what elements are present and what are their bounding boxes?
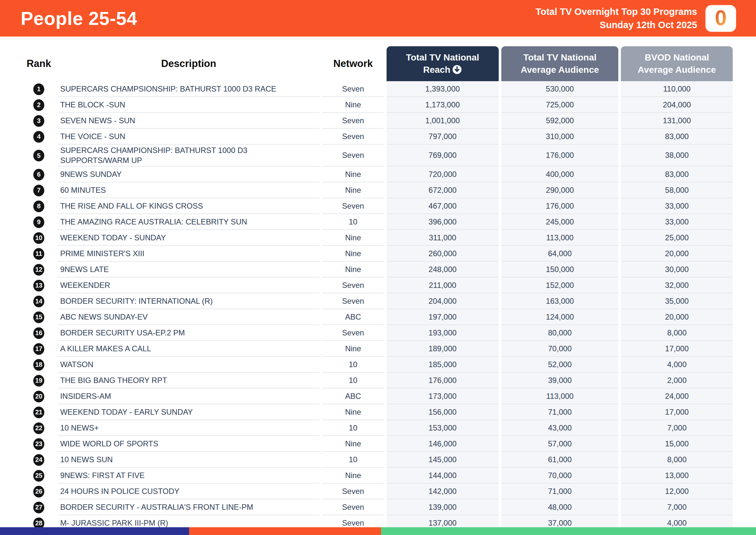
description-cell: 10 NEWS+ [58,420,320,436]
reach-cell: 1,001,000 [387,113,499,129]
rank-cell: 10 [23,230,55,246]
rank-badge: 3 [33,115,44,127]
avg-audience-cell: 124,000 [501,309,619,325]
reach-cell: 467,000 [387,198,499,214]
bvod-audience-cell: 20,000 [621,246,733,262]
network-cell: Nine [322,436,384,452]
bvod-audience-cell: 15,000 [621,436,733,452]
avg-audience-cell: 61,000 [501,452,619,468]
reach-cell: 145,000 [387,452,499,468]
rank-cell: 23 [23,436,55,452]
rank-badge: 22 [33,422,44,434]
banner-subtitle-line2: Sunday 12th Oct 2025 [536,18,697,32]
reach-cell: 720,000 [387,167,499,183]
table-row: 2210 NEWS+10153,00043,0007,000 [23,420,733,436]
reach-cell: 142,000 [387,484,499,499]
rank-badge: 24 [33,454,44,466]
rank-badge: 1 [33,83,44,95]
reach-cell: 193,000 [387,325,499,341]
rank-cell: 1 [23,81,55,97]
reach-cell: 146,000 [387,436,499,452]
avg-audience-cell: 80,000 [501,325,619,341]
description-cell: THE RISE AND FALL OF KINGS CROSS [58,198,320,214]
reach-cell: 248,000 [387,262,499,277]
bvod-audience-cell: 83,000 [621,167,733,183]
avg-audience-cell: 163,000 [501,294,619,309]
network-cell: Seven [322,113,384,129]
avg-audience-cell: 310,000 [501,129,619,145]
table-row: 129NEWS LATENine248,000150,00030,000 [23,262,733,277]
rank-badge: 10 [33,232,44,244]
bvod-audience-cell: 13,000 [621,468,733,484]
bvod-audience-cell: 38,000 [621,145,733,167]
rank-cell: 4 [23,129,55,145]
reach-cell: 211,000 [387,277,499,294]
avg-audience-cell: 71,000 [501,404,619,420]
reach-cell: 260,000 [387,246,499,262]
table-header: Rank Description Network Total TV Nation… [23,46,733,81]
reach-cell: 1,173,000 [387,97,499,113]
network-cell: 10 [322,452,384,468]
bvod-audience-cell: 35,000 [621,294,733,309]
bvod-audience-cell: 30,000 [621,262,733,277]
avg-audience-cell: 530,000 [501,81,619,97]
description-cell: 24 HOURS IN POLICE CUSTODY [58,484,320,499]
column-header-reach[interactable]: Total TV National Reach [387,46,499,81]
avg-audience-cell: 113,000 [501,230,619,246]
avg-audience-cell: 152,000 [501,277,619,294]
avg-audience-cell: 43,000 [501,420,619,436]
table-row: 9THE AMAZING RACE AUSTRALIA: CELEBRITY S… [23,214,733,230]
bvod-audience-cell: 8,000 [621,452,733,468]
programs-table: Rank Description Network Total TV Nation… [20,46,735,535]
rank-cell: 7 [23,183,55,198]
bvod-audience-cell: 7,000 [621,420,733,436]
rank-cell: 17 [23,341,55,357]
table-row: 3SEVEN NEWS - SUNSeven1,001,000592,00013… [23,113,733,129]
network-cell: ABC [322,309,384,325]
network-cell: Nine [322,183,384,198]
rank-cell: 5 [23,145,55,167]
avg-audience-cell: 150,000 [501,262,619,277]
bvod-audience-cell: 58,000 [621,183,733,198]
network-cell: Nine [322,230,384,246]
sort-descending-icon[interactable] [452,65,462,74]
table-row: 5SUPERCARS CHAMPIONSHIP: BATHURST 1000 D… [23,145,733,167]
rank-cell: 21 [23,404,55,420]
table-row: 8THE RISE AND FALL OF KINGS CROSSSeven46… [23,198,733,214]
column-header-rank: Rank [23,46,55,81]
avg-audience-cell: 400,000 [501,167,619,183]
rank-badge: 5 [33,150,44,161]
footer-bar-indigo-segment [0,527,189,535]
reach-cell: 204,000 [387,294,499,309]
bvod-audience-cell: 20,000 [621,309,733,325]
description-cell: WATSON [58,357,320,373]
rank-badge: 6 [33,169,44,181]
bvod-audience-cell: 33,000 [621,214,733,230]
rank-badge: 20 [33,391,44,402]
description-cell: SEVEN NEWS - SUN [58,113,320,129]
table-row: 2410 NEWS SUN10145,00061,0008,000 [23,452,733,468]
table-row: 21WEEKEND TODAY - EARLY SUNDAYNine156,00… [23,404,733,420]
network-cell: 10 [322,420,384,436]
table-row: 23WIDE WORLD OF SPORTSNine146,00057,0001… [23,436,733,452]
reach-cell: 156,000 [387,404,499,420]
footer-color-bar [0,527,756,535]
avg-audience-cell: 176,000 [501,198,619,214]
rank-cell: 3 [23,113,55,129]
table-row: 10WEEKEND TODAY - SUNDAYNine311,000113,0… [23,230,733,246]
rank-cell: 22 [23,420,55,436]
rank-cell: 13 [23,277,55,294]
description-cell: WEEKENDER [58,277,320,294]
reach-cell: 672,000 [387,183,499,198]
reach-cell: 189,000 [387,341,499,357]
network-cell: Seven [322,129,384,145]
rank-badge: 13 [33,280,44,292]
report-page: { "header": { "title": "People 25-54", "… [0,0,756,535]
table-row: 2THE BLOCK -SUNNine1,173,000725,000204,0… [23,97,733,113]
table-row: 11PRIME MINISTER'S XIIINine260,00064,000… [23,246,733,262]
bvod-audience-cell: 131,000 [621,113,733,129]
network-cell: Nine [322,167,384,183]
bvod-audience-cell: 110,000 [621,81,733,97]
rank-badge: 9 [33,216,44,228]
bvod-audience-cell: 4,000 [621,357,733,373]
